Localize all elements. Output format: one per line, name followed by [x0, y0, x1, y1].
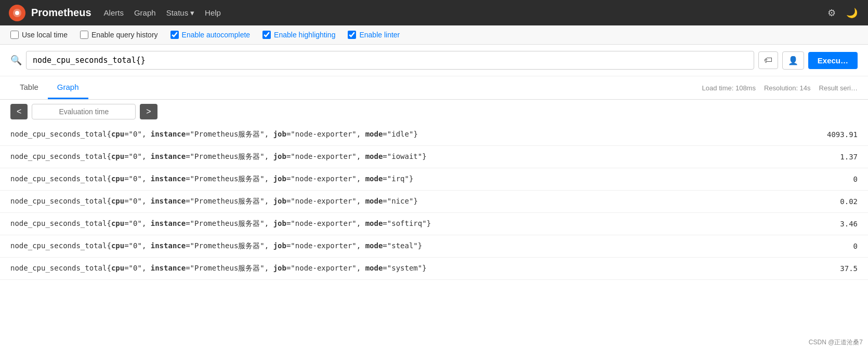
dropdown-arrow-icon: ▾ [190, 8, 194, 17]
query-bar: 🔍 🏷 👤 Execu… [0, 45, 868, 76]
metric-cell: node_cpu_seconds_total{cpu="0", instance… [0, 213, 806, 235]
table-row: node_cpu_seconds_total{cpu="0", instance… [0, 213, 868, 235]
value-cell: 0 [806, 235, 868, 258]
use-local-time-checkbox[interactable] [10, 31, 19, 39]
value-cell: 37.5 [806, 258, 868, 280]
nav-graph[interactable]: Graph [134, 8, 156, 17]
eval-next-button[interactable]: > [140, 104, 157, 119]
meta-info: Load time: 108ms Resolution: 14s Result … [702, 84, 858, 92]
value-cell: 4093.91 [806, 124, 868, 146]
query-input[interactable] [26, 51, 754, 70]
tab-graph[interactable]: Graph [48, 76, 88, 99]
enable-query-history-text: Enable query history [91, 31, 158, 39]
results-table: node_cpu_seconds_total{cpu="0", instance… [0, 124, 868, 280]
history-button[interactable]: 👤 [782, 51, 804, 70]
prometheus-logo [8, 4, 26, 22]
enable-highlighting-label[interactable]: Enable highlighting [262, 31, 335, 39]
results-container: node_cpu_seconds_total{cpu="0", instance… [0, 124, 868, 280]
metric-cell: node_cpu_seconds_total{cpu="0", instance… [0, 235, 806, 258]
eval-prev-button[interactable]: < [10, 104, 28, 119]
value-cell: 1.37 [806, 146, 868, 168]
metric-cell: node_cpu_seconds_total{cpu="0", instance… [0, 191, 806, 213]
theme-toggle-button[interactable]: 🌙 [844, 5, 860, 21]
enable-highlighting-checkbox[interactable] [262, 31, 271, 39]
options-bar: Use local time Enable query history Enab… [0, 25, 868, 45]
table-row: node_cpu_seconds_total{cpu="0", instance… [0, 124, 868, 146]
eval-time-input[interactable] [32, 104, 136, 119]
navbar-right: ⚙ 🌙 [825, 5, 860, 21]
enable-linter-checkbox[interactable] [348, 31, 356, 39]
table-row: node_cpu_seconds_total{cpu="0", instance… [0, 191, 868, 213]
enable-query-history-checkbox[interactable] [80, 31, 88, 39]
use-local-time-label[interactable]: Use local time [10, 31, 68, 39]
enable-linter-label[interactable]: Enable linter [348, 31, 400, 39]
svg-point-2 [15, 11, 19, 15]
tabs: Table Graph [10, 76, 88, 99]
metric-cell: node_cpu_seconds_total{cpu="0", instance… [0, 146, 806, 168]
tab-table[interactable]: Table [10, 76, 48, 99]
metrics-explorer-button[interactable]: 🏷 [758, 51, 778, 69]
table-row: node_cpu_seconds_total{cpu="0", instance… [0, 258, 868, 280]
nav-links: Alerts Graph Status ▾ Help [104, 8, 221, 18]
value-cell: 0 [806, 168, 868, 191]
enable-autocomplete-checkbox[interactable] [170, 31, 179, 39]
nav-help[interactable]: Help [205, 8, 221, 17]
enable-highlighting-text: Enable highlighting [274, 31, 335, 39]
enable-autocomplete-label[interactable]: Enable autocomplete [170, 31, 251, 39]
brand: Prometheus [8, 4, 91, 22]
nav-status-label[interactable]: Status [166, 8, 189, 17]
nav-status-dropdown[interactable]: Status ▾ [166, 8, 194, 18]
enable-query-history-label[interactable]: Enable query history [80, 31, 158, 39]
value-cell: 0.02 [806, 191, 868, 213]
metric-cell: node_cpu_seconds_total{cpu="0", instance… [0, 124, 806, 146]
resolution: Resolution: 14s [764, 84, 811, 92]
brand-name: Prometheus [31, 7, 91, 19]
metric-cell: node_cpu_seconds_total{cpu="0", instance… [0, 258, 806, 280]
table-row: node_cpu_seconds_total{cpu="0", instance… [0, 235, 868, 258]
load-time: Load time: 108ms [702, 84, 756, 92]
value-cell: 3.46 [806, 213, 868, 235]
search-icon: 🔍 [10, 55, 22, 66]
result-series: Result seri… [819, 84, 858, 92]
table-row: node_cpu_seconds_total{cpu="0", instance… [0, 168, 868, 191]
enable-linter-text: Enable linter [359, 31, 400, 39]
table-row: node_cpu_seconds_total{cpu="0", instance… [0, 146, 868, 168]
enable-autocomplete-text: Enable autocomplete [182, 31, 251, 39]
nav-alerts[interactable]: Alerts [104, 8, 124, 17]
settings-button[interactable]: ⚙ [825, 5, 838, 21]
eval-row: < > [0, 100, 868, 124]
use-local-time-text: Use local time [22, 31, 68, 39]
metric-cell: node_cpu_seconds_total{cpu="0", instance… [0, 168, 806, 191]
tabs-area: Table Graph Load time: 108ms Resolution:… [0, 76, 868, 100]
execute-button[interactable]: Execu… [808, 52, 858, 69]
navbar: Prometheus Alerts Graph Status ▾ Help ⚙ … [0, 0, 868, 25]
